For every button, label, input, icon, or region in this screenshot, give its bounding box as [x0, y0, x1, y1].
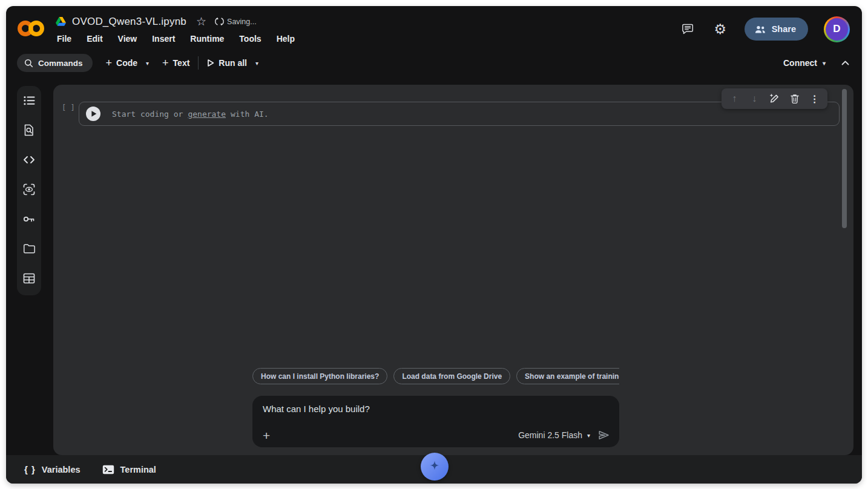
cell-toolbar: ↑ ↓ ⋮	[722, 88, 827, 109]
connect-label: Connect	[783, 58, 817, 68]
suggestion-chips: How can I install Python libraries? Load…	[252, 368, 619, 385]
variables-label: Variables	[42, 465, 81, 474]
send-prompt-button[interactable]	[596, 428, 611, 442]
code-snippets-icon[interactable]	[22, 153, 36, 166]
share-button[interactable]: Share	[745, 18, 808, 41]
model-caret-icon: ▾	[587, 432, 590, 439]
cell-placeholder: Start coding or generate with AI.	[112, 110, 269, 119]
menu-tools[interactable]: Tools	[239, 34, 261, 44]
ai-prompt-box[interactable]: What can I help you build? + Gemini 2.5 …	[252, 396, 619, 447]
collapse-header-button[interactable]	[838, 56, 852, 70]
send-icon	[597, 430, 610, 441]
move-cell-up-button[interactable]: ↑	[727, 91, 741, 106]
plus-icon: +	[106, 57, 113, 68]
people-icon	[754, 24, 766, 34]
arrow-down-icon: ↓	[752, 93, 757, 104]
terminal-icon	[102, 465, 114, 474]
menu-view[interactable]: View	[118, 34, 137, 44]
placeholder-text: Start coding or	[112, 110, 183, 119]
notebook-filename[interactable]: OVOD_Qwen3-VL.ipynb	[72, 16, 186, 28]
more-vert-icon: ⋮	[810, 93, 820, 105]
sync-icon	[215, 17, 224, 26]
run-all-button[interactable]: Run all	[207, 58, 247, 68]
notebook-toolbar: Commands + Code ▾ + Text Run all ▾ Conne…	[6, 52, 862, 74]
cell-execution-marker: [ ]	[62, 103, 75, 112]
menu-bar: File Edit View Insert Runtime Tools Help	[57, 34, 295, 44]
avatar-initial: D	[826, 18, 848, 41]
chip-training-example[interactable]: Show an example of training a	[516, 368, 619, 384]
placeholder-text: with AI.	[231, 110, 269, 119]
add-code-button[interactable]: + Code	[106, 57, 138, 68]
spark-icon	[427, 459, 442, 474]
chevron-up-icon	[841, 61, 849, 65]
scrollbar-thumb[interactable]	[842, 89, 847, 228]
chip-install-libraries[interactable]: How can I install Python libraries?	[252, 368, 387, 384]
prompt-placeholder: What can I help you build?	[263, 404, 370, 414]
arrow-up-icon: ↑	[732, 93, 737, 104]
header-right: ⚙ Share D	[679, 6, 850, 52]
toolbar-divider	[198, 56, 199, 70]
account-avatar[interactable]: D	[824, 16, 850, 42]
connect-button[interactable]: Connect ▾	[783, 58, 826, 68]
play-icon	[86, 107, 100, 121]
run-icon	[207, 59, 214, 67]
title-row: OVOD_Qwen3-VL.ipynb ☆ Saving...	[56, 15, 257, 28]
move-cell-down-button[interactable]: ↓	[747, 91, 761, 106]
add-attachment-button[interactable]: +	[263, 429, 270, 442]
menu-file[interactable]: File	[57, 34, 71, 44]
menu-insert[interactable]: Insert	[152, 34, 175, 44]
model-selector[interactable]: Gemini 2.5 Flash ▾	[518, 430, 590, 440]
toolbar-right: Connect ▾	[783, 52, 852, 74]
menu-runtime[interactable]: Runtime	[190, 34, 224, 44]
cell-more-menu-button[interactable]: ⋮	[807, 91, 822, 106]
notebook-panel: [ ] Start coding or generate with AI. ↑ …	[53, 85, 853, 455]
add-code-label: Code	[116, 58, 137, 68]
left-sidebar	[17, 86, 41, 295]
star-icon[interactable]: ☆	[196, 15, 206, 28]
settings-gear-icon[interactable]: ⚙	[712, 21, 729, 38]
prompt-controls: + Gemini 2.5 Flash ▾	[263, 428, 611, 442]
add-text-label: Text	[173, 58, 190, 68]
edit-with-ai-button[interactable]	[767, 91, 781, 106]
scan-eye-icon[interactable]	[22, 183, 36, 196]
gemini-spark-button[interactable]	[421, 453, 449, 481]
chip-load-drive-data[interactable]: Load data from Google Drive	[393, 368, 510, 384]
saving-status-text: Saving...	[227, 18, 257, 26]
run-all-caret-icon[interactable]: ▾	[255, 60, 258, 67]
data-table-icon[interactable]	[22, 272, 36, 285]
run-cell-button[interactable]	[86, 107, 100, 121]
connect-caret-icon: ▾	[823, 60, 826, 67]
table-of-contents-icon[interactable]	[22, 94, 36, 107]
share-button-label: Share	[772, 24, 796, 34]
generate-with-ai-link[interactable]: generate	[188, 110, 226, 119]
secrets-key-icon[interactable]	[22, 212, 36, 226]
delete-cell-button[interactable]	[787, 91, 802, 106]
terminal-label: Terminal	[120, 465, 156, 474]
terminal-button[interactable]: Terminal	[102, 465, 156, 474]
saving-status: Saving...	[215, 17, 257, 26]
run-all-label: Run all	[219, 58, 247, 68]
search-icon	[24, 59, 33, 68]
colab-logo[interactable]	[17, 19, 45, 38]
screenshot-stage: OVOD_Qwen3-VL.ipynb ☆ Saving... File Edi…	[0, 0, 868, 489]
magic-pencil-icon	[768, 93, 780, 105]
add-code-caret-icon[interactable]: ▾	[146, 60, 149, 67]
braces-icon: { }	[24, 464, 36, 474]
menu-help[interactable]: Help	[277, 34, 295, 44]
commands-button[interactable]: Commands	[17, 54, 93, 72]
add-text-button[interactable]: + Text	[162, 57, 189, 68]
trash-icon	[789, 93, 801, 105]
drive-icon	[56, 17, 66, 26]
comments-icon[interactable]	[679, 21, 696, 38]
colab-app: OVOD_Qwen3-VL.ipynb ☆ Saving... File Edi…	[6, 6, 862, 484]
menu-edit[interactable]: Edit	[87, 34, 102, 44]
commands-label: Commands	[38, 59, 83, 68]
find-replace-icon[interactable]	[22, 123, 36, 137]
variables-button[interactable]: { } Variables	[24, 464, 81, 474]
header: OVOD_Qwen3-VL.ipynb ☆ Saving... File Edi…	[6, 6, 862, 52]
plus-icon: +	[162, 57, 169, 68]
files-folder-icon[interactable]	[22, 242, 36, 255]
model-label: Gemini 2.5 Flash	[518, 430, 582, 440]
